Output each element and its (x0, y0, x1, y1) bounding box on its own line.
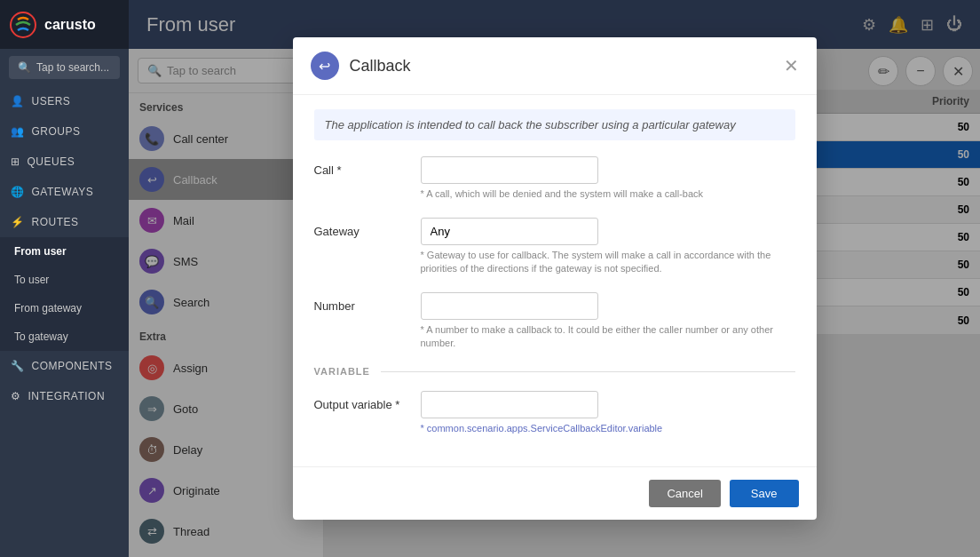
sidebar-item-integration[interactable]: ⚙ INTEGRATION (0, 381, 129, 411)
route-to-gateway[interactable]: To gateway (0, 322, 129, 351)
users-icon: 👤 (11, 95, 25, 107)
sidebar-item-label: GROUPS (32, 125, 81, 138)
modal-overlay: ↩ Callback ✕ The application is intended… (129, 0, 980, 557)
gateway-field: Any * Gateway to use for callback. The s… (421, 218, 795, 276)
sidebar-item-groups[interactable]: 👥 GROUPS (0, 116, 129, 147)
svg-point-0 (11, 12, 36, 37)
callback-title-icon: ↩ (319, 58, 330, 75)
number-hint: * A number to make a callback to. It cou… (421, 323, 795, 351)
route-from-user[interactable]: From user (0, 237, 129, 266)
output-variable-input[interactable] (421, 391, 598, 418)
number-field: * A number to make a callback to. It cou… (421, 292, 795, 351)
gateway-hint: * Gateway to use for callback. The syste… (421, 249, 795, 276)
modal-close-button[interactable]: ✕ (784, 55, 799, 76)
output-variable-row: Output variable * * common.scenario.apps… (314, 391, 795, 435)
number-label: Number (314, 292, 421, 313)
variable-section-label: VARIABLE (314, 366, 370, 377)
number-form-row: Number * A number to make a callback to.… (314, 292, 795, 351)
sidebar-search-box[interactable]: 🔍 Tap to search... (9, 56, 120, 79)
modal-title-icon: ↩ (311, 52, 339, 80)
variable-divider: VARIABLE (314, 366, 795, 377)
sidebar-nav: 👤 USERS 👥 GROUPS ⊞ QUEUES 🌐 GATEWAYS ⚡ R… (0, 86, 129, 557)
call-hint: * A call, which will be denied and the s… (421, 187, 795, 201)
gateway-form-row: Gateway Any * Gateway to use for callbac… (314, 218, 795, 276)
modal-footer: Cancel Save (293, 466, 817, 520)
modal-header: ↩ Callback ✕ (293, 37, 817, 95)
output-variable-label: Output variable * (314, 391, 421, 411)
sidebar-item-gateways[interactable]: 🌐 GATEWAYS (0, 177, 129, 207)
route-from-gateway[interactable]: From gateway (0, 294, 129, 322)
sidebar-search-area: 🔍 Tap to search... (0, 49, 129, 86)
call-label: Call * (314, 156, 421, 177)
route-to-user[interactable]: To user (0, 266, 129, 294)
gateway-label: Gateway (314, 218, 421, 238)
call-form-row: Call * * A call, which will be denied an… (314, 156, 795, 201)
save-button[interactable]: Save (730, 480, 799, 507)
number-select[interactable] (421, 292, 598, 320)
routes-icon: ⚡ (11, 216, 25, 228)
output-variable-field: * common.scenario.apps.ServiceCallbackEd… (421, 391, 795, 435)
output-variable-hint: * common.scenario.apps.ServiceCallbackEd… (421, 422, 795, 435)
search-icon: 🔍 (18, 61, 31, 74)
integration-icon: ⚙ (11, 390, 21, 402)
modal-body: The application is intended to call back… (293, 95, 817, 465)
sidebar: carusto 🔍 Tap to search... 👤 USERS 👥 GRO… (0, 0, 129, 557)
sidebar-item-label: GATEWAYS (32, 186, 94, 198)
main-area: From user ⚙ 🔔 ⊞ ⏻ 🔍 Tap to search (129, 0, 980, 557)
call-field: * A call, which will be denied and the s… (421, 156, 795, 201)
gateway-select[interactable]: Any (421, 218, 598, 245)
sidebar-item-label: USERS (32, 95, 71, 107)
sidebar-item-users[interactable]: 👤 USERS (0, 86, 129, 116)
sidebar-item-components[interactable]: 🔧 COMPONENTS (0, 351, 129, 381)
modal-title: Callback (350, 57, 773, 76)
sidebar-item-label: QUEUES (28, 155, 75, 168)
sidebar-header: carusto (0, 0, 129, 49)
components-icon: 🔧 (11, 360, 25, 372)
call-select[interactable] (421, 156, 598, 184)
sidebar-search-placeholder: Tap to search... (36, 61, 109, 74)
callback-modal: ↩ Callback ✕ The application is intended… (293, 37, 817, 519)
queues-icon: ⊞ (11, 155, 20, 168)
gateways-icon: 🌐 (11, 186, 25, 198)
groups-icon: 👥 (11, 125, 25, 138)
sidebar-item-label: COMPONENTS (32, 360, 113, 372)
divider-line (381, 371, 795, 372)
logo-icon (9, 11, 37, 39)
logo-text: carusto (44, 17, 96, 33)
cancel-button[interactable]: Cancel (649, 480, 720, 507)
sidebar-item-queues[interactable]: ⊞ QUEUES (0, 147, 129, 177)
sidebar-item-label: ROUTES (32, 216, 79, 228)
modal-description: The application is intended to call back… (314, 109, 795, 140)
sidebar-item-routes[interactable]: ⚡ ROUTES (0, 207, 129, 237)
sidebar-item-label: INTEGRATION (28, 390, 106, 402)
